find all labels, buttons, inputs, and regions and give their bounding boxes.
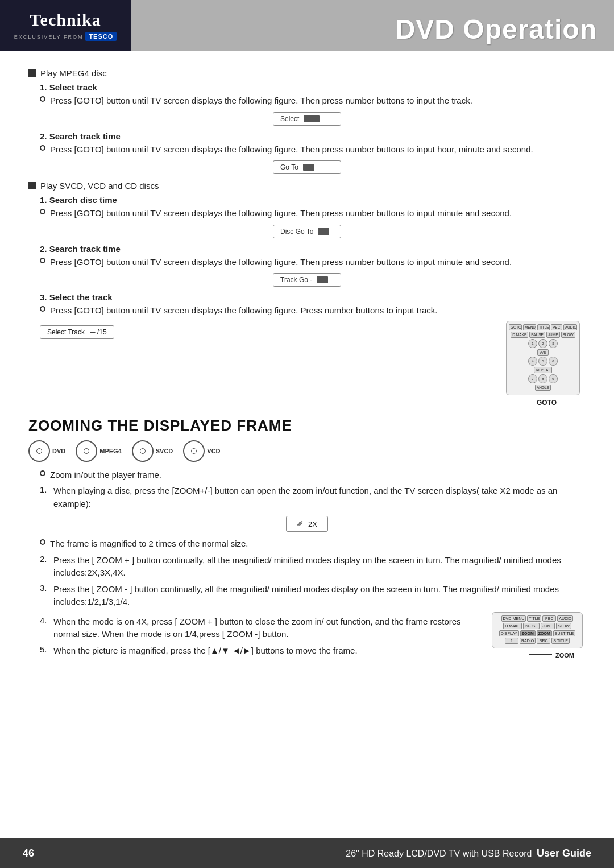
footer: 46 26" HD Ready LCD/DVD TV with USB Reco… [0,838,614,868]
select-the-track-text: Press [GOTO] button until TV screen disp… [50,304,586,317]
disc-shape-mpeg4 [76,440,97,462]
play-mpeg4-header: Play MPEG4 disc [28,68,586,78]
remote-btn-8: 8 [538,374,547,383]
rb-btn-zoom-minus: ZOOM [537,630,552,636]
remote-btn-pause: PAUSE [529,332,545,338]
zoom-item-2: 2. Press the [ ZOOM + ] button continual… [40,554,586,580]
select-mockup-container: Select [28,112,586,126]
remote-row-repeat: REPEAT [509,367,577,373]
circle-bullet-1 [40,96,45,102]
select-track-mockup: Select Track ─ /15 [40,325,114,339]
zoom-icon: ✐ [297,519,304,528]
zoom-text-1: When playing a disc, press the [ZOOM+/-]… [53,485,586,510]
select-the-track-heading: 3. Select the track [40,292,586,302]
remote-top-row: GOTO MENU TITLE PBC AUDIO [509,324,577,330]
remote-row-2: D.MAKE PAUSE JUMP SLOW [509,332,577,338]
rb-btn-dmake: D.MAKE [503,623,522,629]
rb-btn-dvdmenu: DVD-MENU [501,615,526,622]
zoom-num-5: 5. [40,644,50,654]
remote-btn-goto: GOTO [509,324,522,330]
rb-row-3: DISPLAY ZOOM ZOOM SUBTITLE [495,630,580,636]
select-track-mock-value: ─ /15 [90,328,107,336]
circle-bullet-zoom2 [40,539,45,545]
disc-svcd: SVCD [132,440,173,462]
rb-btn-pause: PAUSE [523,623,540,629]
disc-vcd: VCD [183,440,220,462]
zoom-text-2: Press the [ ZOOM + ] button continually,… [53,554,586,580]
disc-goto-value [318,228,329,235]
select-track-row: Select Track ─ /15 GOTO MENU TITLE PBC A… [40,321,586,407]
select-the-track-bullet: Press [GOTO] button until TV screen disp… [40,304,586,317]
remote-btn-menu: MENU [523,324,536,330]
remote-btn-2: 2 [538,339,547,348]
disc-icons-row: DVD MPEG4 SVCD VCD [28,440,586,462]
search-track-time-1-heading: 2. Search track time [40,131,586,141]
remote-row-angle: ANGLE [509,385,577,391]
zoom-arrow-row: ZOOM [489,651,586,659]
circle-bullet-zoom [40,470,45,476]
zoom-text-5: When the picture is magnified, press the… [53,644,478,658]
disc-goto-mockup-box: Disc Go To [273,225,341,238]
rb-btn-jump: JUMP [541,623,555,629]
search-track-time-1-bullet: Press [GOTO] button until TV screen disp… [40,143,586,156]
remote-btn-repeat: REPEAT [534,367,552,373]
zoom-num-4: 4. [40,615,50,625]
goto-mockup-value [303,164,314,171]
remote-btn-jump: JUMP [546,332,560,338]
disc-mpeg4: MPEG4 [76,440,122,462]
track-goto-mockup-container: Track Go - [28,273,586,287]
zoom-items-remote-row: 4. When the mode is on 4X, press [ ZOOM … [28,612,586,661]
rb-btn-radio: RADIO [520,638,536,644]
remote-btn-3: 3 [549,339,558,348]
remote-btn-ab: A/B [537,349,549,356]
remote-btn-1: 1 [528,339,537,348]
zoom-item-4: 4. When the mode is on 4X, press [ ZOOM … [40,615,478,641]
rb-btn-1: 1 [505,638,518,644]
rb-row-4: 1 RADIO SRC S.TITLE [495,638,580,644]
select-track-mockup-wrap: Select Track ─ /15 [40,325,495,339]
disc-dvd: DVD [28,440,65,462]
zoom-item-1: 1. When playing a disc, press the [ZOOM+… [40,485,586,510]
zoom-label: ZOOM [555,652,574,659]
search-track-time-1-text: Press [GOTO] button until TV screen disp… [50,143,586,156]
remote-btn-5: 5 [538,357,547,366]
select-track-bullet: Press [GOTO] button until TV screen disp… [40,94,586,108]
disc-goto-label: Disc Go To [280,228,313,235]
footer-guide-text: User Guide [537,848,591,859]
footer-page-number: 46 [23,848,34,859]
remote-btn-pbc: PBC [551,324,562,330]
select-mockup-value [304,115,320,122]
zoom-remote-col: DVD-MENU TITLE PBC AUDIO D.MAKE PAUSE JU… [489,612,586,661]
search-track-time-2-bullet: Press [GOTO] button until TV screen disp… [40,256,586,269]
zoom-bullet-main: Zoom in/out the player frame. [40,469,586,482]
circle-bullet-4 [40,258,45,263]
remote-goto-col: GOTO MENU TITLE PBC AUDIO D.MAKE PAUSE J… [506,321,586,407]
zoom-bullet-text: Zoom in/out the player frame. [50,469,586,482]
rb-row-1: DVD-MENU TITLE PBC AUDIO [495,615,580,622]
rb-row-2: D.MAKE PAUSE JUMP SLOW [495,623,580,629]
rb-btn-slow: SLOW [556,623,571,629]
disc-shape-dvd [28,440,50,462]
circle-bullet-2 [40,145,45,151]
zoom-num-2: 2. [40,554,50,564]
select-mockup-label: Select [280,115,299,123]
zoom-text-4: When the mode is on 4X, press [ ZOOM + ]… [53,615,478,641]
remote-goto: GOTO MENU TITLE PBC AUDIO D.MAKE PAUSE J… [506,321,580,395]
play-svcd-header: Play SVCD, VCD and CD discs [28,181,586,191]
logo-technika: Technika [30,10,101,30]
remote-row-ab: A/B [509,349,577,356]
zooming-title: ZOOMING THE DISPLAYED FRAME [28,417,586,435]
play-mpeg4-title: Play MPEG4 disc [40,68,107,78]
disc-shape-vcd [183,440,205,462]
track-goto-label: Track Go - [280,276,312,284]
zoom-num-1: 1. [40,485,50,494]
search-track-time-2-text: Press [GOTO] button until TV screen disp… [50,256,586,269]
disc-shape-svcd [132,440,154,462]
remote-row-nums-2: 4 5 6 [509,357,577,366]
square-bullet-1 [28,69,36,77]
remote-btn-audio: AUDIO [563,324,577,330]
remote-btn-7: 7 [528,374,537,383]
zoom-2x-mockup: ✐ 2X [286,516,328,532]
rb-btn-pbc: PBC [542,615,556,622]
track-goto-mockup-box: Track Go - [273,273,341,287]
